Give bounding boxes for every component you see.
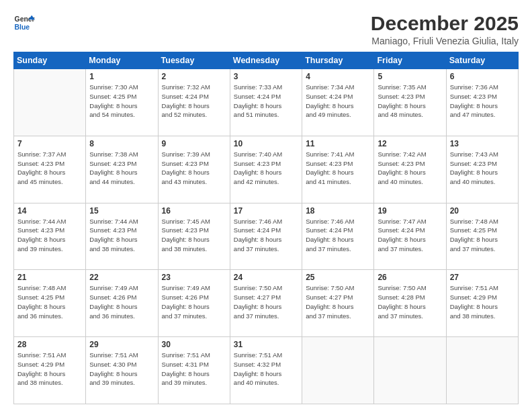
day-number: 21 [17,273,82,282]
day-number: 23 [162,273,226,282]
header-wednesday: Wednesday [230,52,302,69]
day-number: 3 [234,72,298,81]
header-thursday: Thursday [302,52,374,69]
day-number: 24 [234,273,298,282]
day-number: 14 [17,206,82,216]
table-row: 7Sunrise: 7:37 AMSunset: 4:23 PMDaylight… [14,136,86,203]
calendar-week-row: 1Sunrise: 7:30 AMSunset: 4:25 PMDaylight… [14,69,519,136]
weekday-header-row: Sunday Monday Tuesday Wednesday Thursday… [14,52,519,69]
day-number: 26 [378,273,442,282]
table-row [302,337,374,404]
table-row: 23Sunrise: 7:49 AMSunset: 4:26 PMDayligh… [158,270,230,337]
day-number: 16 [162,206,226,216]
header-saturday: Saturday [446,52,518,69]
table-row: 16Sunrise: 7:45 AMSunset: 4:23 PMDayligh… [158,203,230,270]
day-number: 18 [306,206,370,216]
location: Maniago, Friuli Venezia Giulia, Italy [371,36,519,46]
day-info: Sunrise: 7:39 AMSunset: 4:23 PMDaylight:… [162,150,226,187]
header-sunday: Sunday [14,52,86,69]
day-info: Sunrise: 7:50 AMSunset: 4:28 PMDaylight:… [378,283,442,320]
day-info: Sunrise: 7:42 AMSunset: 4:23 PMDaylight:… [378,150,442,187]
day-number: 8 [89,139,154,148]
day-number: 17 [234,206,298,216]
day-number: 4 [306,72,370,81]
header-friday: Friday [374,52,446,69]
calendar-week-row: 14Sunrise: 7:44 AMSunset: 4:23 PMDayligh… [14,203,519,270]
page: General Blue December 2025 Maniago, Friu… [0,0,532,411]
table-row: 18Sunrise: 7:46 AMSunset: 4:24 PMDayligh… [302,203,374,270]
table-row: 2Sunrise: 7:32 AMSunset: 4:24 PMDaylight… [158,69,230,136]
table-row: 5Sunrise: 7:35 AMSunset: 4:23 PMDaylight… [374,69,446,136]
day-number: 6 [450,72,515,81]
day-info: Sunrise: 7:50 AMSunset: 4:27 PMDaylight:… [306,283,370,320]
table-row: 30Sunrise: 7:51 AMSunset: 4:31 PMDayligh… [158,337,230,404]
table-row: 1Sunrise: 7:30 AMSunset: 4:25 PMDaylight… [86,69,158,136]
day-info: Sunrise: 7:30 AMSunset: 4:25 PMDaylight:… [89,83,154,120]
day-number: 31 [234,340,298,349]
table-row: 14Sunrise: 7:44 AMSunset: 4:23 PMDayligh… [14,203,86,270]
day-number: 19 [378,206,442,216]
day-number: 9 [162,139,226,148]
day-number: 25 [306,273,370,282]
table-row: 24Sunrise: 7:50 AMSunset: 4:27 PMDayligh… [230,270,302,337]
logo-icon: General Blue [13,12,35,34]
day-info: Sunrise: 7:46 AMSunset: 4:24 PMDaylight:… [306,217,370,254]
day-info: Sunrise: 7:40 AMSunset: 4:23 PMDaylight:… [234,150,298,187]
day-number: 1 [89,72,154,81]
table-row [14,69,86,136]
day-info: Sunrise: 7:51 AMSunset: 4:31 PMDaylight:… [162,351,226,387]
day-info: Sunrise: 7:32 AMSunset: 4:24 PMDaylight:… [162,83,226,120]
table-row: 31Sunrise: 7:51 AMSunset: 4:32 PMDayligh… [230,337,302,404]
calendar-week-row: 21Sunrise: 7:48 AMSunset: 4:25 PMDayligh… [14,270,519,337]
calendar-week-row: 7Sunrise: 7:37 AMSunset: 4:23 PMDaylight… [14,136,519,203]
day-number: 20 [450,206,515,216]
table-row: 9Sunrise: 7:39 AMSunset: 4:23 PMDaylight… [158,136,230,203]
logo: General Blue [13,12,35,34]
day-info: Sunrise: 7:47 AMSunset: 4:24 PMDaylight:… [378,217,442,254]
table-row: 26Sunrise: 7:50 AMSunset: 4:28 PMDayligh… [374,270,446,337]
day-info: Sunrise: 7:44 AMSunset: 4:23 PMDaylight:… [17,217,82,254]
day-info: Sunrise: 7:49 AMSunset: 4:26 PMDaylight:… [162,283,226,320]
day-number: 10 [234,139,298,148]
day-number: 13 [450,139,515,148]
day-info: Sunrise: 7:51 AMSunset: 4:30 PMDaylight:… [89,351,154,387]
day-info: Sunrise: 7:36 AMSunset: 4:23 PMDaylight:… [450,83,515,120]
table-row: 11Sunrise: 7:41 AMSunset: 4:23 PMDayligh… [302,136,374,203]
day-number: 28 [17,340,82,349]
table-row: 4Sunrise: 7:34 AMSunset: 4:24 PMDaylight… [302,69,374,136]
header: General Blue December 2025 Maniago, Friu… [13,12,519,46]
day-number: 30 [162,340,226,349]
day-number: 15 [89,206,154,216]
day-number: 12 [378,139,442,148]
table-row [446,337,518,404]
table-row: 15Sunrise: 7:44 AMSunset: 4:23 PMDayligh… [86,203,158,270]
day-info: Sunrise: 7:38 AMSunset: 4:23 PMDaylight:… [89,150,154,187]
day-info: Sunrise: 7:35 AMSunset: 4:23 PMDaylight:… [378,83,442,120]
table-row: 28Sunrise: 7:51 AMSunset: 4:29 PMDayligh… [14,337,86,404]
table-row: 20Sunrise: 7:48 AMSunset: 4:25 PMDayligh… [446,203,518,270]
table-row: 25Sunrise: 7:50 AMSunset: 4:27 PMDayligh… [302,270,374,337]
day-info: Sunrise: 7:48 AMSunset: 4:25 PMDaylight:… [17,283,82,320]
day-info: Sunrise: 7:41 AMSunset: 4:23 PMDaylight:… [306,150,370,187]
day-info: Sunrise: 7:33 AMSunset: 4:24 PMDaylight:… [234,83,298,120]
table-row: 22Sunrise: 7:49 AMSunset: 4:26 PMDayligh… [86,270,158,337]
table-row [374,337,446,404]
table-row: 29Sunrise: 7:51 AMSunset: 4:30 PMDayligh… [86,337,158,404]
table-row: 12Sunrise: 7:42 AMSunset: 4:23 PMDayligh… [374,136,446,203]
table-row: 6Sunrise: 7:36 AMSunset: 4:23 PMDaylight… [446,69,518,136]
table-row: 17Sunrise: 7:46 AMSunset: 4:24 PMDayligh… [230,203,302,270]
table-row: 3Sunrise: 7:33 AMSunset: 4:24 PMDaylight… [230,69,302,136]
svg-text:Blue: Blue [15,24,30,31]
day-info: Sunrise: 7:45 AMSunset: 4:23 PMDaylight:… [162,217,226,254]
title-block: December 2025 Maniago, Friuli Venezia Gi… [371,12,519,46]
calendar-week-row: 28Sunrise: 7:51 AMSunset: 4:29 PMDayligh… [14,337,519,404]
table-row: 21Sunrise: 7:48 AMSunset: 4:25 PMDayligh… [14,270,86,337]
month-title: December 2025 [371,12,519,34]
day-info: Sunrise: 7:48 AMSunset: 4:25 PMDaylight:… [450,217,515,254]
day-info: Sunrise: 7:51 AMSunset: 4:29 PMDaylight:… [17,351,82,387]
day-info: Sunrise: 7:37 AMSunset: 4:23 PMDaylight:… [17,150,82,187]
table-row: 8Sunrise: 7:38 AMSunset: 4:23 PMDaylight… [86,136,158,203]
day-number: 22 [89,273,154,282]
day-number: 11 [306,139,370,148]
day-info: Sunrise: 7:43 AMSunset: 4:23 PMDaylight:… [450,150,515,187]
